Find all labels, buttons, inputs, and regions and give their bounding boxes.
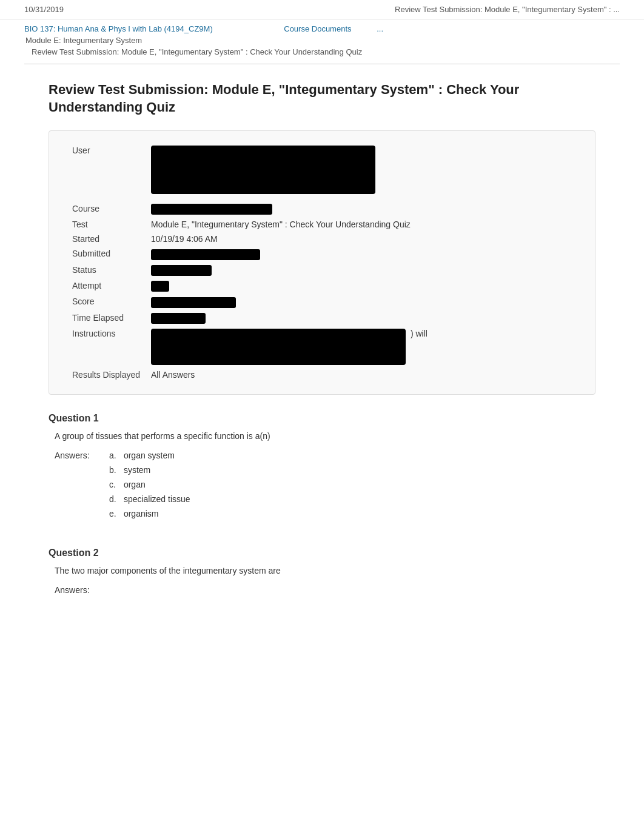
started-value: 10/19/19 4:06 AM <box>146 232 577 246</box>
answer-text: system <box>124 465 150 475</box>
breadcrumb-sep1 <box>219 24 278 33</box>
question-1-label: Question 1 <box>49 413 595 424</box>
question-2-answers-label: Answers: <box>55 585 109 595</box>
info-row-attempt: Attempt <box>67 278 577 294</box>
answer-letter: a. <box>109 451 121 460</box>
results-value: All Answers <box>146 367 577 382</box>
top-bar-date: 10/31/2019 <box>24 5 64 14</box>
attempt-value <box>146 278 577 294</box>
status-blurred <box>151 265 212 276</box>
info-row-time: Time Elapsed <box>67 310 577 326</box>
question-2-label: Question 2 <box>49 548 595 558</box>
answer-text: organism <box>124 509 159 518</box>
question-1-block: Question 1 A group of tissues that perfo… <box>49 413 595 523</box>
submitted-value <box>146 246 577 262</box>
answer-letter: d. <box>109 494 121 504</box>
answer-letter: e. <box>109 509 121 518</box>
question-1-answers-label: Answers: <box>55 451 109 460</box>
test-value: Module E, "Integumentary System" : Check… <box>146 217 577 232</box>
score-label: Score <box>67 294 146 310</box>
attempt-blurred <box>151 281 169 292</box>
breadcrumb-row1: BIO 137: Human Ana & Phys I with Lab (41… <box>24 24 620 33</box>
score-value <box>146 294 577 310</box>
list-item: d. specialized tissue <box>109 494 190 504</box>
breadcrumb-sep2 <box>358 24 371 33</box>
course-value <box>146 201 577 217</box>
user-label: User <box>67 143 146 201</box>
answer-text: specialized tissue <box>124 494 190 504</box>
top-bar-title: Review Test Submission: Module E, "Integ… <box>395 5 620 14</box>
answer-letter: c. <box>109 480 121 489</box>
info-row-score: Score <box>67 294 577 310</box>
attempt-label: Attempt <box>67 278 146 294</box>
time-blurred <box>151 313 206 324</box>
info-row-results: Results Displayed All Answers <box>67 367 577 382</box>
info-row-test: Test Module E, "Integumentary System" : … <box>67 217 577 232</box>
info-row-user: User <box>67 143 577 201</box>
breadcrumb-nav2[interactable]: ... <box>377 24 383 33</box>
answer-text: organ system <box>124 451 175 460</box>
list-item: e. organism <box>109 509 190 518</box>
question-2-text: The two major components of the integume… <box>49 566 595 575</box>
question-1-answers-row: Answers: a. organ system b. system c. or… <box>49 451 595 523</box>
info-row-status: Status <box>67 263 577 278</box>
course-label: Course <box>67 201 146 217</box>
info-table: User Course Test Module <box>67 143 577 382</box>
results-label: Results Displayed <box>67 367 146 382</box>
started-label: Started <box>67 232 146 246</box>
user-blurred <box>151 146 375 194</box>
user-value <box>146 143 577 201</box>
time-label: Time Elapsed <box>67 310 146 326</box>
breadcrumb-area: BIO 137: Human Ana & Phys I with Lab (41… <box>0 19 644 59</box>
list-item: b. system <box>109 465 190 475</box>
breadcrumb-nav1[interactable]: Course Documents <box>284 24 351 33</box>
instructions-blurred <box>151 329 406 365</box>
submitted-label: Submitted <box>67 246 146 262</box>
question-1-answers-list: a. organ system b. system c. organ d. sp… <box>109 451 190 523</box>
info-table-container: User Course Test Module <box>49 130 595 395</box>
info-row-started: Started 10/19/19 4:06 AM <box>67 232 577 246</box>
status-label: Status <box>67 263 146 278</box>
answer-text: organ <box>124 480 146 489</box>
info-row-instructions: Instructions ) will <box>67 326 577 367</box>
breadcrumb-level2: Module E: Integumentary System <box>24 36 620 45</box>
question-2-block: Question 2 The two major components of t… <box>49 548 595 595</box>
list-item: c. organ <box>109 480 190 489</box>
course-blurred <box>151 204 272 215</box>
page-title: Review Test Submission: Module E, "Integ… <box>49 81 595 116</box>
time-value <box>146 310 577 326</box>
list-item: a. organ system <box>109 451 190 460</box>
score-blurred <box>151 297 236 308</box>
answer-letter: b. <box>109 465 121 475</box>
info-row-course: Course <box>67 201 577 217</box>
question-2-answers-row: Answers: <box>49 585 595 595</box>
submitted-blurred <box>151 249 260 260</box>
question-1-text: A group of tissues that performs a speci… <box>49 431 595 441</box>
test-label: Test <box>67 217 146 232</box>
info-row-submitted: Submitted <box>67 246 577 262</box>
top-bar: 10/31/2019 Review Test Submission: Modul… <box>0 0 644 19</box>
status-value <box>146 263 577 278</box>
instructions-label: Instructions <box>67 326 146 367</box>
divider <box>24 64 620 64</box>
instructions-suffix: ) will <box>411 329 428 338</box>
main-content: Review Test Submission: Module E, "Integ… <box>0 69 644 631</box>
breadcrumb-level3: Review Test Submission: Module E, "Integ… <box>24 47 620 56</box>
instructions-value: ) will <box>146 326 577 367</box>
breadcrumb-course[interactable]: BIO 137: Human Ana & Phys I with Lab (41… <box>24 24 213 33</box>
